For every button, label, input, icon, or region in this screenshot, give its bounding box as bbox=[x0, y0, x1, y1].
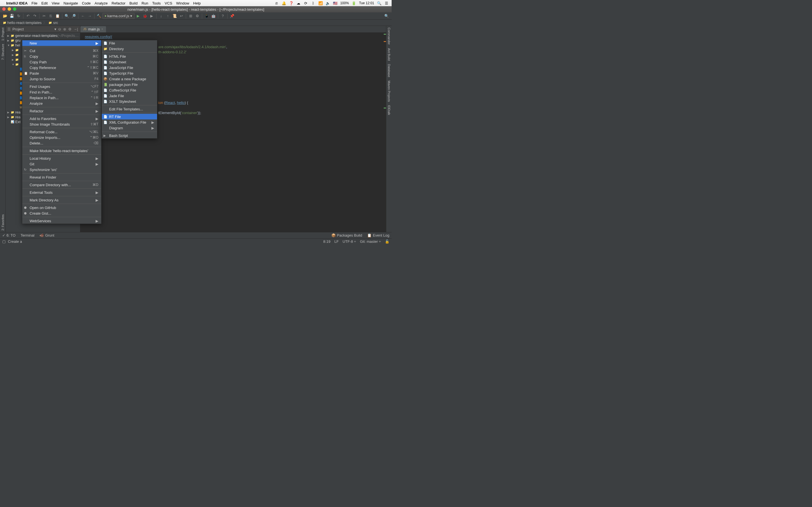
close-tab-icon[interactable]: × bbox=[101, 27, 103, 31]
menu-build[interactable]: Build bbox=[130, 1, 138, 5]
menu-item-delete[interactable]: Delete...⌫ bbox=[22, 140, 101, 146]
vcs-update-icon[interactable]: ↓ bbox=[158, 13, 164, 19]
menu-item-coffeescript-file[interactable]: 📄CoffeeScript File bbox=[102, 87, 157, 93]
menu-item-add-to-favorites[interactable]: Add to Favorites▶ bbox=[22, 116, 101, 121]
redo-icon[interactable]: ↷ bbox=[32, 13, 38, 19]
pin-icon[interactable]: 📌 bbox=[229, 13, 235, 19]
editor-tab-main-js[interactable]: JS main.js × bbox=[80, 26, 106, 33]
menu-item-open-on-github[interactable]: ⬢Open on GitHub bbox=[22, 205, 101, 210]
flag-icon[interactable]: 🇺🇸 bbox=[333, 1, 338, 5]
help-toolbar-icon[interactable]: ? bbox=[220, 13, 226, 19]
paste-icon[interactable]: 📋 bbox=[54, 13, 61, 19]
menu-refactor[interactable]: Refactor bbox=[112, 1, 125, 5]
app-name[interactable]: IntelliJ IDEA bbox=[6, 1, 28, 5]
coverage-icon[interactable]: ▶ bbox=[149, 13, 155, 19]
menu-file[interactable]: File bbox=[32, 1, 38, 5]
menu-item-create-gist[interactable]: ⬢Create Gist... bbox=[22, 210, 101, 216]
menu-navigate[interactable]: Navigate bbox=[63, 1, 78, 5]
settings-icon[interactable]: ⚙ bbox=[194, 13, 200, 19]
sync-icon[interactable]: ⟳ bbox=[304, 1, 308, 5]
battery-icon[interactable]: 🔋 bbox=[352, 1, 356, 5]
grunt-tool-button[interactable]: 🐗 Grunt bbox=[40, 233, 54, 237]
breadcrumb-folder[interactable]: 📁 src bbox=[49, 20, 58, 25]
menu-item-reformat-code[interactable]: Reformat Code...⌥⌘L bbox=[22, 129, 101, 135]
vcs-commit-icon[interactable]: ↑ bbox=[165, 13, 171, 19]
menu-item-compare-directory-with[interactable]: Compare Directory with...⌘D bbox=[22, 182, 101, 187]
replace-icon[interactable]: 🔎 bbox=[70, 13, 77, 19]
wifi-icon[interactable]: 📶 bbox=[318, 1, 323, 5]
gear-icon[interactable]: ⚙ bbox=[68, 27, 73, 31]
menu-item-synchronize-src[interactable]: ↻Synchronize 'src' bbox=[22, 167, 101, 172]
packages-build-tool-button[interactable]: 📦 Packages Build bbox=[331, 233, 362, 237]
menu-item-javascript-file[interactable]: 📄JavaScript File bbox=[102, 65, 157, 70]
menu-icon[interactable]: ☰ bbox=[384, 1, 389, 5]
project-view-icon[interactable]: ☰ bbox=[7, 27, 12, 31]
run-configuration-dropdown[interactable]: karma.conf.js ▾ bbox=[102, 13, 135, 19]
menu-item-rt-file[interactable]: 📄RT File bbox=[102, 114, 157, 119]
menu-window[interactable]: Window bbox=[176, 1, 189, 5]
menu-item-html-file[interactable]: 📄HTML File bbox=[102, 54, 157, 59]
vcs-history-icon[interactable]: 📜 bbox=[171, 13, 177, 19]
menu-code[interactable]: Code bbox=[82, 1, 91, 5]
collapse-icon[interactable]: ⊖ bbox=[58, 27, 63, 31]
menu-item-find-usages[interactable]: Find Usages⌥F7 bbox=[22, 83, 101, 89]
menu-item-xml-configuration-file[interactable]: 📄XML Configuration File▶ bbox=[102, 119, 157, 125]
cloud-icon[interactable]: ☁ bbox=[296, 1, 301, 5]
menu-item-local-history[interactable]: Local History▶ bbox=[22, 156, 101, 161]
run-icon[interactable]: ▶ bbox=[135, 13, 141, 19]
android-icon[interactable]: 🤖 bbox=[210, 13, 216, 19]
menu-item-directory[interactable]: 📁Directory bbox=[102, 46, 157, 52]
copy-icon[interactable]: ⎘ bbox=[48, 13, 54, 19]
structure-icon[interactable]: ⊞ bbox=[188, 13, 194, 19]
volume-icon[interactable]: 🔈 bbox=[326, 1, 330, 5]
terminal-tool-button[interactable]: Terminal bbox=[20, 233, 35, 237]
search-everywhere-icon[interactable]: 🔍 bbox=[384, 13, 390, 19]
menu-item-copy-path[interactable]: Copy Path⇧⌘C bbox=[22, 59, 101, 65]
forward-icon[interactable]: → bbox=[87, 13, 93, 19]
menu-item-bash-script[interactable]: ▶Bash Script bbox=[102, 133, 157, 138]
idetalk-tool-button[interactable]: IDEtalk bbox=[386, 103, 392, 117]
undo-icon[interactable]: ↶ bbox=[25, 13, 31, 19]
vcs-revert-icon[interactable]: ↩ bbox=[178, 13, 185, 19]
help-icon[interactable]: ❓ bbox=[289, 1, 294, 5]
menu-item-make-module-hello-react-templates[interactable]: Make Module 'hello-react-templates' bbox=[22, 148, 101, 154]
menu-item-jade-file[interactable]: 📄Jade File bbox=[102, 93, 157, 99]
open-icon[interactable]: 📂 bbox=[2, 13, 8, 19]
menu-item-replace-in-path[interactable]: Replace in Path...⌃⇧R bbox=[22, 95, 101, 101]
back-icon[interactable]: ← bbox=[80, 13, 86, 19]
spotlight-icon[interactable]: 🔍 bbox=[377, 1, 382, 5]
project-panel-title[interactable]: Project bbox=[12, 27, 54, 31]
menu-item-find-in-path[interactable]: Find in Path...⌃⇧F bbox=[22, 89, 101, 95]
menu-item-optimize-imports[interactable]: Optimize Imports...⌃⌘O bbox=[22, 135, 101, 140]
file-encoding[interactable]: UTF-8 ÷ bbox=[343, 239, 356, 244]
menu-run[interactable]: Run bbox=[142, 1, 148, 5]
project-tool-button[interactable]: 1: Project bbox=[1, 26, 4, 42]
menu-item-jump-to-source[interactable]: Jump to SourceF4 bbox=[22, 76, 101, 82]
bluetooth-icon[interactable]: ᛒ bbox=[311, 1, 315, 5]
menu-item-analyze[interactable]: Analyze▶ bbox=[22, 101, 101, 106]
commander-tool-button[interactable]: Commander bbox=[386, 26, 392, 47]
menu-item-copy-reference[interactable]: Copy Reference⌃⇧⌘C bbox=[22, 65, 101, 70]
menu-item-mark-directory-as[interactable]: Mark Directory As▶ bbox=[22, 197, 101, 203]
menu-item-create-a-new-package[interactable]: 📦Create a new Package bbox=[102, 76, 157, 82]
sync-icon[interactable]: ↻ bbox=[15, 13, 22, 19]
notification-icon[interactable]: 🔔 bbox=[282, 1, 286, 5]
menu-help[interactable]: Help bbox=[193, 1, 201, 5]
find-icon[interactable]: 🔍 bbox=[64, 13, 70, 19]
make-icon[interactable]: 🔨 bbox=[96, 13, 102, 19]
favorites-tool-button[interactable]: 2: Favorites bbox=[1, 213, 4, 232]
cursor-position[interactable]: 8:19 bbox=[323, 239, 331, 244]
menu-item-package-json-file[interactable]: 📗package.json File bbox=[102, 82, 157, 87]
menu-vcs[interactable]: VCS bbox=[165, 1, 172, 5]
menu-item-webservices[interactable]: WebServices▶ bbox=[22, 218, 101, 224]
sdk-icon[interactable]: 📱 bbox=[204, 13, 210, 19]
save-icon[interactable]: 💾 bbox=[9, 13, 15, 19]
hide-icon[interactable]: →| bbox=[73, 27, 79, 31]
toolwindows-button-icon[interactable]: ▢ bbox=[2, 239, 6, 244]
chevron-down-icon[interactable]: ▾ bbox=[54, 27, 56, 31]
menu-tools[interactable]: Tools bbox=[152, 1, 161, 5]
database-tool-button[interactable]: Database bbox=[386, 62, 392, 79]
minimize-window-button[interactable] bbox=[8, 7, 11, 11]
structure-tool-button[interactable]: 7: Structure bbox=[1, 42, 4, 62]
breadcrumb-project[interactable]: 📁 hello-react-templates bbox=[3, 20, 42, 25]
